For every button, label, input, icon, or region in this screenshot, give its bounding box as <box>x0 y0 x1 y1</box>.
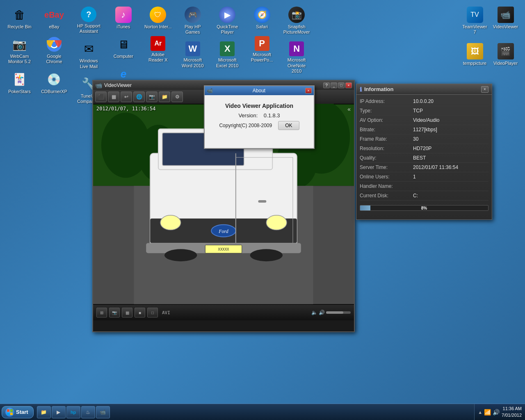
taskbar-item-hp[interactable]: hp <box>66 406 80 418</box>
desktop-icon-wlm[interactable]: ✉ Windows Live Mail <box>73 38 104 71</box>
info-label-type: Type: <box>360 108 413 114</box>
wlm-icon: ✉ <box>80 41 97 57</box>
toolbar-btn-1[interactable]: ⬛ <box>95 91 107 102</box>
icon-column-0: 🗑 Recycle Bin 📷 WebCam Monitor 5.2 🃏 Pok… <box>4 4 35 98</box>
volume-fill <box>326 311 343 314</box>
about-content: Video Viewer Application Version: 0.1.8.… <box>205 95 314 137</box>
desktop-icon-recycle-bin[interactable]: 🗑 Recycle Bin <box>4 4 35 32</box>
clock-time: 11:36 AM <box>502 406 522 412</box>
webcam-label: WebCam Monitor 5.2 <box>6 54 33 64</box>
info-label-disk: Current Disk: <box>360 193 413 199</box>
info-titlebar: ℹ Information × <box>356 84 492 95</box>
desktop-icon-hp-support[interactable]: ? HP Support Assistant <box>73 4 104 37</box>
svg-rect-32 <box>7 413 9 415</box>
desktop-icon-powerpoint[interactable]: P Microsoft PowerPo... <box>247 34 277 65</box>
video-viewer-help-btn[interactable]: ? <box>323 82 330 88</box>
desktop-icon-webcam[interactable]: 📷 WebCam Monitor 5.2 <box>4 34 35 67</box>
svg-point-18 <box>266 215 287 230</box>
desktop-icon-safari[interactable]: 🧭 Safari <box>247 4 277 32</box>
taskbar-videoviewer-icon: 📹 <box>100 409 106 415</box>
desktop-icon-ebay[interactable]: eBay eBay <box>39 4 69 32</box>
bottom-btn-1[interactable]: ⊞ <box>96 308 107 317</box>
desktop-icon-onenote[interactable]: N Microsoft OneNote 2010 <box>281 39 312 76</box>
temppicture-icon: 🖼 <box>467 43 483 59</box>
desktop-icon-teamviewer[interactable]: TV TeamViewer 7 <box>459 4 490 37</box>
about-titlebar: 📹 About × <box>205 86 314 95</box>
info-close-btn[interactable]: × <box>481 86 488 93</box>
desktop-icon-snapfish[interactable]: 📸 Snapfish PictureMover <box>281 4 312 37</box>
info-row-resolution: Resolution: HD720P <box>360 144 488 153</box>
taskbar-item-videoviewer[interactable]: 📹 <box>96 406 110 418</box>
bottom-btn-5[interactable]: □ <box>147 308 158 317</box>
desktop-icon-excel[interactable]: X Microsoft Excel 2010 <box>212 39 243 71</box>
toolbar-btn-5[interactable]: 📷 <box>146 91 158 102</box>
video-viewer-close-btn[interactable]: × <box>345 82 352 88</box>
svg-rect-31 <box>10 409 13 412</box>
ebay-label: eBay <box>49 24 59 30</box>
bottom-btn-2[interactable]: 📷 <box>109 308 120 317</box>
volume-slider[interactable] <box>326 311 351 314</box>
video-viewer-controls: ? _ □ × <box>323 82 352 88</box>
desktop-icon-quicktime[interactable]: ▶ QuickTime Player <box>212 4 243 37</box>
desktop-icon-computer[interactable]: 🖥 Computer <box>108 34 139 62</box>
taskbar-explorer-icon: 📁 <box>41 409 47 415</box>
info-row-quality: Quality: BEST <box>360 153 488 163</box>
info-title: Information <box>364 86 394 92</box>
taskbar-item-explorer[interactable]: 📁 <box>37 406 51 418</box>
toolbar-btn-2[interactable]: ▦ <box>108 91 119 102</box>
tray-expand-icon[interactable]: ▲ <box>478 410 482 415</box>
about-title-icon: 📹 <box>207 88 213 94</box>
about-close-btn[interactable]: × <box>305 88 312 94</box>
clock-display[interactable]: 11:36 AM 7/01/2012 <box>502 406 522 418</box>
desktop-icon-pokerstars[interactable]: 🃏 PokerStars <box>4 69 35 97</box>
svg-rect-23 <box>258 200 266 203</box>
desktop-icon-videoplayer[interactable]: 🎬 VideoPlayer <box>490 41 521 68</box>
video-viewer-title: VideoViewer <box>104 82 132 88</box>
videoplayer-label: VideoPlayer <box>493 61 518 66</box>
word-icon: W <box>185 41 200 56</box>
info-row-servertime: Server Time: 2012/01/07 11:36:54 <box>360 163 488 172</box>
taskbar-item-steam[interactable]: ♨ <box>81 406 95 418</box>
info-value-av: Video/Audio <box>413 117 488 123</box>
desktop-icon-temppicture[interactable]: 🖼 temppicture <box>459 41 490 68</box>
desktop-icon-adobe[interactable]: Ar Adobe Reader X <box>143 34 173 65</box>
video-viewer-minimize-btn[interactable]: _ <box>331 82 337 88</box>
desktop-icon-chrome[interactable]: Google Chrome <box>39 34 69 67</box>
itunes-icon: ♪ <box>115 7 132 23</box>
toolbar-btn-7[interactable]: ⚙ <box>171 91 183 102</box>
video-viewer-title-icon: 📹 <box>95 82 102 89</box>
about-version-line: Version: 0.1.8.3 <box>213 112 306 119</box>
right-icon-row-2: 🖼 temppicture 🎬 VideoPlayer <box>459 41 521 70</box>
icon-column-7: 🧭 Safari P Microsoft PowerPo... <box>247 4 277 67</box>
snapfish-label: Snapfish PictureMover <box>283 24 310 35</box>
cdburner-label: CDBurnerXP <box>41 89 67 94</box>
bottom-btn-3[interactable]: ▦ <box>122 308 132 317</box>
speaker-icon: 🔊 <box>319 310 325 315</box>
video-collapse-btn[interactable]: « <box>347 106 351 112</box>
bottom-btn-4[interactable]: ■ <box>135 308 145 317</box>
info-value-disk: C: <box>413 193 488 199</box>
system-tray: ▲ 📶 🔊 <box>478 409 500 415</box>
about-ok-btn[interactable]: OK <box>278 121 299 130</box>
info-value-type: TCP <box>413 108 488 114</box>
desktop-icon-videoviewer[interactable]: 📹 VideoViewer <box>490 4 521 37</box>
desktop-icons-right: TV TeamViewer 7 📹 VideoViewer 🖼 temppict… <box>455 0 525 76</box>
info-label-servertime: Server Time: <box>360 164 413 170</box>
start-orb <box>5 408 14 417</box>
desktop-icon-word[interactable]: W Microsoft Word 2010 <box>177 39 208 71</box>
start-label: Start <box>16 409 28 415</box>
desktop-icon-norton[interactable]: 🛡 Norton Inter... <box>143 4 173 32</box>
toolbar-btn-6[interactable]: 📁 <box>159 91 170 102</box>
toolbar-btn-3[interactable]: ↩ <box>121 91 132 102</box>
tray-volume-icon[interactable]: 🔊 <box>493 409 500 415</box>
desktop-icon-itunes[interactable]: ♪ iTunes <box>108 4 139 32</box>
video-viewer-maximize-btn[interactable]: □ <box>338 82 345 88</box>
taskbar-item-media[interactable]: ▶ <box>52 406 66 418</box>
desktop-icon-cdburner[interactable]: 💿 CDBurnerXP <box>39 69 69 97</box>
toolbar-btn-4[interactable]: 🌐 <box>133 91 145 102</box>
desktop-icon-hp-games[interactable]: 🎮 Play HP Games <box>177 4 208 37</box>
videoviewer-icon: 📹 <box>498 7 514 23</box>
computer-icon: 🖥 <box>115 36 132 52</box>
norton-icon: 🛡 <box>150 7 166 23</box>
start-button[interactable]: Start <box>2 406 34 418</box>
